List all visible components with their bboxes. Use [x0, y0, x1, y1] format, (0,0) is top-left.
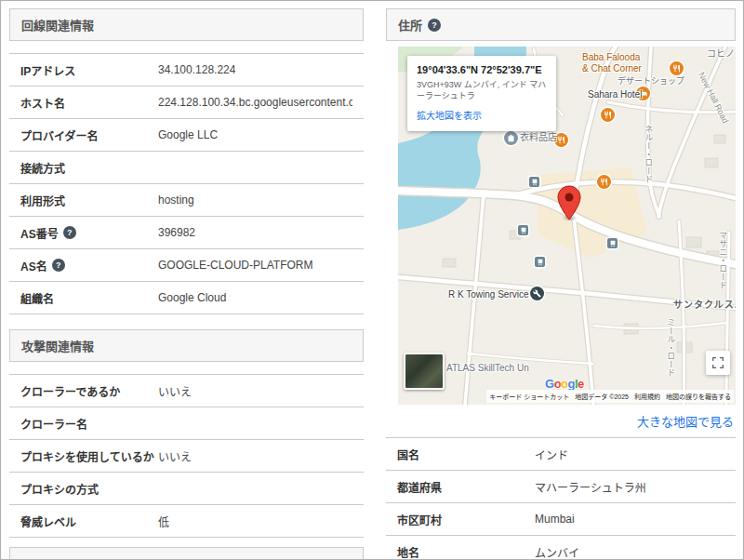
row-value: GOOGLE-CLOUD-PLATFORM	[158, 259, 312, 272]
table-row: 脅威レベル 低	[9, 505, 364, 538]
row-value: いいえ	[158, 448, 192, 464]
table-row: 接続方式	[9, 152, 364, 184]
help-icon[interactable]	[52, 259, 65, 272]
row-value: インド	[535, 447, 568, 462]
attack-info-header: 攻撃関連情報	[9, 329, 364, 362]
satellite-toggle-thumbnail[interactable]	[404, 353, 445, 390]
row-label: クローラー名	[20, 416, 158, 432]
table-row: 利用形式 hosting	[9, 184, 364, 217]
panel-title: 回線関連情報	[21, 16, 94, 33]
table-row: ホスト名 224.128.100.34.bc.googleusercontent…	[9, 87, 364, 119]
help-icon[interactable]	[428, 19, 441, 32]
clothing-store-icon[interactable]	[504, 131, 518, 145]
fullscreen-icon[interactable]	[706, 351, 730, 375]
row-label: IPアドレス	[20, 62, 158, 78]
row-label: 市区町村	[397, 512, 535, 527]
enlarge-map-link[interactable]: 拡大地図を表示	[417, 108, 482, 122]
map-data-text: 地図データ ©2025	[575, 392, 629, 401]
poi-label-sahara-hotel[interactable]: Sahara Hotel	[588, 89, 642, 100]
row-value: Mumbai	[535, 513, 575, 526]
table-row: クローラーであるか いいえ	[9, 375, 364, 407]
table-row: 組織名 Google Cloud	[9, 282, 364, 314]
page: 回線関連情報 IPアドレス 34.100.128.224 ホスト名 224.12…	[1, 1, 743, 560]
poi-label-baba-falooda[interactable]: Baba Falooda & Chat Corner	[582, 52, 642, 73]
report-error-link[interactable]: 地図の誤りを報告する	[666, 392, 731, 401]
table-row: AS番号 396982	[9, 217, 364, 249]
road-label-vertical-2: マサニ・ロード	[718, 231, 727, 289]
table-row: プロバイダー名 Google LLC	[9, 119, 364, 152]
row-label: 組織名	[20, 290, 158, 306]
row-label: 利用形式	[20, 193, 158, 208]
coordinates-text: 19°04'33.6"N 72°52'39.7"E	[417, 64, 547, 75]
row-label: 脅威レベル	[20, 513, 158, 529]
row-value: 低	[158, 513, 169, 529]
row-value: Google Cloud	[158, 291, 226, 304]
table-row: IPアドレス 34.100.128.224	[9, 54, 364, 87]
row-label: プロキシを使用しているか	[20, 448, 158, 464]
connection-info-header: 回線関連情報	[9, 8, 364, 41]
google-map[interactable]: 19°04'33.6"N 72°52'39.7"E 3VGH+93W ムンバイ,…	[398, 47, 736, 405]
panel-title: 攻撃関連情報	[21, 337, 94, 354]
towing-service-icon[interactable]	[530, 287, 544, 300]
poi-label-clothing-store[interactable]: 衣料品店	[520, 132, 557, 143]
row-value: 224.128.100.34.bc.googleusercontent.com	[158, 96, 352, 109]
road-label-vertical-1: ネルー・ロード	[644, 125, 653, 183]
table-row: プロキシを使用しているか いいえ	[9, 440, 364, 473]
table-row: 国名 インド	[386, 438, 736, 471]
row-label: AS名	[20, 258, 158, 273]
row-label: 地名	[397, 544, 535, 560]
row-label: 都道府県	[397, 479, 535, 495]
row-value: 34.100.128.224	[158, 63, 235, 76]
panel-title: 住所	[398, 16, 422, 33]
poi-label-rk-towing[interactable]: R K Towing Service	[448, 289, 529, 300]
table-row: 都道府県 マハーラーシュトラ州	[386, 471, 736, 503]
row-value: いいえ	[158, 383, 192, 399]
poi-sublabel-dessert-shop: デザートショップ	[618, 76, 684, 86]
next-section-header	[9, 547, 364, 560]
plus-code-address: 3VGH+93W ムンバイ, インド マハーラーシュトラ	[417, 79, 547, 101]
poi-label-atlas-skilltech[interactable]: ATLAS SkillTech Un	[446, 363, 529, 374]
view-larger-map-link[interactable]: 大きな地図で見る	[637, 415, 734, 429]
map-attribution: キーボード ショートカット 地図データ ©2025 利用規約 地図の誤りを報告す…	[486, 390, 734, 403]
table-row: プロキシの方式	[9, 473, 364, 505]
road-label-vertical-3: ミール・ロード	[666, 318, 675, 377]
google-logo[interactable]: Google	[545, 377, 584, 391]
attack-info-table: クローラーであるか いいえ クローラー名 プロキシを使用しているか いいえ プロ…	[9, 374, 364, 538]
row-label: プロキシの方式	[20, 481, 158, 497]
right-column: 住所	[386, 8, 736, 560]
row-value: マハーラーシュトラ州	[535, 479, 646, 495]
station-icon[interactable]	[607, 238, 618, 248]
row-label: AS番号	[20, 225, 158, 241]
address-header: 住所	[386, 8, 736, 41]
restaurant-icon[interactable]	[597, 175, 611, 189]
station-icon[interactable]	[518, 225, 528, 235]
row-label: 国名	[397, 447, 535, 462]
keyboard-shortcuts-link[interactable]: キーボード ショートカット	[489, 392, 569, 401]
row-value: Google LLC	[158, 128, 218, 141]
restaurant-icon[interactable]	[670, 61, 684, 75]
row-value: 396982	[158, 226, 195, 239]
connection-info-table: IPアドレス 34.100.128.224 ホスト名 224.128.100.3…	[9, 53, 364, 314]
row-label: 接続方式	[20, 160, 158, 176]
left-column: 回線関連情報 IPアドレス 34.100.128.224 ホスト名 224.12…	[9, 8, 364, 560]
address-info-table: 国名 インド 都道府県 マハーラーシュトラ州 市区町村 Mumbai 地名 ムン…	[386, 437, 736, 560]
map-pin-icon[interactable]	[557, 185, 581, 224]
terms-link[interactable]: 利用規約	[634, 392, 660, 401]
table-row: 地名 ムンバイ	[386, 536, 736, 560]
view-larger-row: 大きな地図で見る	[386, 412, 734, 430]
poi-label-kohinoor[interactable]: コヒノ	[707, 48, 735, 60]
restaurant-icon[interactable]	[601, 108, 615, 122]
area-label-santacruz: サンタクルス...	[673, 300, 736, 311]
row-value: ムンバイ	[535, 544, 579, 560]
station-icon[interactable]	[529, 177, 539, 187]
map-info-card: 19°04'33.6"N 72°52'39.7"E 3VGH+93W ムンバイ,…	[407, 56, 556, 131]
station-icon[interactable]	[535, 257, 545, 267]
row-label: ホスト名	[20, 95, 158, 111]
row-label: プロバイダー名	[20, 127, 158, 143]
table-row: クローラー名	[9, 407, 364, 440]
help-icon[interactable]	[63, 226, 76, 239]
row-label: クローラーであるか	[20, 383, 158, 399]
table-row: AS名 GOOGLE-CLOUD-PLATFORM	[9, 249, 364, 282]
table-row: 市区町村 Mumbai	[386, 503, 736, 536]
row-value: hosting	[158, 193, 194, 207]
